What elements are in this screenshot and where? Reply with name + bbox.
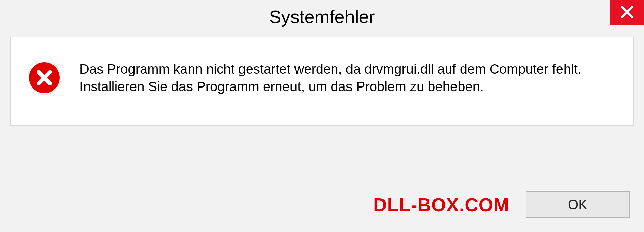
ok-button-label: OK [568,197,587,212]
close-icon [620,5,634,21]
watermark-text: DLL-BOX.COM [373,194,509,216]
dialog-content: Das Programm kann nicht gestartet werden… [10,37,634,126]
svg-line-2 [39,72,50,83]
error-message: Das Programm kann nicht gestartet werden… [79,60,616,95]
titlebar: Systemfehler [0,0,644,31]
svg-line-3 [39,72,50,83]
close-button[interactable] [610,0,644,25]
error-icon [28,61,61,95]
dialog-footer: DLL-BOX.COM OK [0,181,644,232]
ok-button[interactable]: OK [526,191,630,218]
error-dialog: Systemfehler Das Programm kann nicht ges… [0,0,644,232]
dialog-title: Systemfehler [269,6,375,27]
